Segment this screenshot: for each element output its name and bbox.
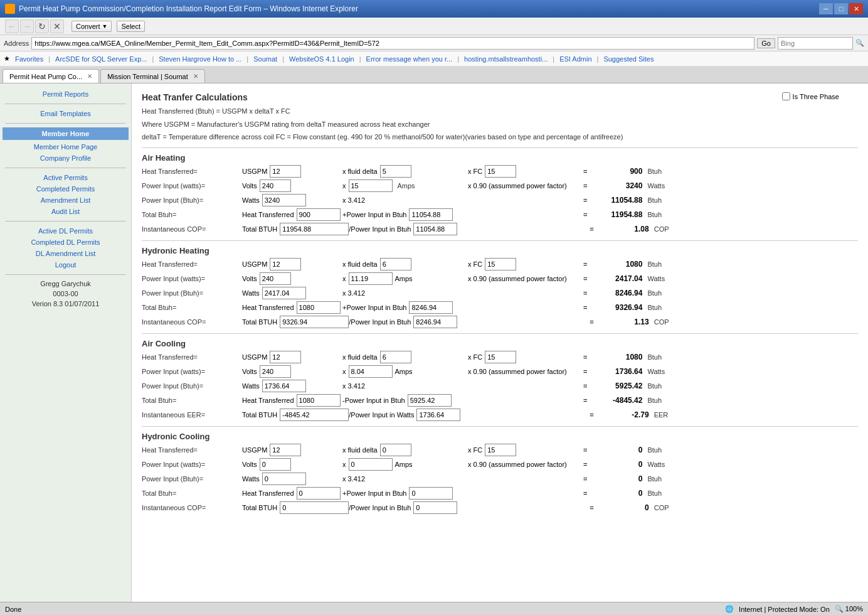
fav-item-5[interactable]: Error message when you r... (366, 55, 453, 63)
sidebar-member-home-page[interactable]: Member Home Page (0, 141, 131, 152)
air-heating-row-1: Power Input (watts)= Volts x Amps x 0.90… (142, 179, 858, 192)
hc-totalbtuh-input[interactable] (280, 501, 349, 514)
sidebar-permit-reports[interactable]: Permit Reports (0, 88, 131, 100)
sidebar-amendment-list[interactable]: Amendment List (0, 195, 131, 206)
hc-row-2: Power Input (Btuh)= Watts x 3.412 = 0 Bt… (142, 473, 858, 485)
back-button[interactable]: ← (5, 19, 19, 33)
content-area: Heat Tranfer Calculations Heat Transferr… (132, 83, 868, 602)
fav-item-0[interactable]: Favorites (15, 55, 43, 63)
hc-usgpm-input[interactable] (270, 444, 301, 456)
select-label: Select (121, 23, 140, 30)
hc-pw-result: 0 (592, 460, 642, 469)
sidebar-logout[interactable]: Logout (0, 259, 131, 270)
go-button[interactable]: Go (757, 38, 775, 48)
ah-plus-label: +Power Input in Btuh (342, 211, 406, 218)
fav-item-8[interactable]: Suggested Sites (603, 55, 654, 63)
hc-fluid-input[interactable] (380, 444, 411, 456)
ah-amps-input[interactable] (349, 179, 393, 192)
ac-volts-input[interactable] (260, 365, 291, 378)
hh-heat-input[interactable] (297, 301, 341, 314)
ac-fluid-input[interactable] (380, 351, 411, 363)
hh-amps-input[interactable] (349, 272, 393, 285)
window-titlebar: Permit Heat Pump Commission/Completion I… (0, 0, 868, 18)
hc-amps-input[interactable] (349, 458, 393, 471)
tab-0-close[interactable]: ✕ (87, 73, 92, 80)
ah-pf-text: x 0.90 (assummed power factor) (468, 182, 567, 190)
sidebar-dl-amendment[interactable]: DL Amendment List (0, 248, 131, 259)
ac-amps-input[interactable] (349, 365, 393, 378)
hc-volts-input[interactable] (260, 458, 291, 471)
ah-heat-input[interactable] (297, 208, 341, 221)
convert-arrow: ▼ (102, 23, 108, 29)
ac-watts-input[interactable] (262, 380, 306, 392)
sidebar-audit-list[interactable]: Audit List (0, 206, 131, 217)
hc-fc-input[interactable] (485, 444, 516, 456)
refresh-button[interactable]: ↻ (35, 19, 49, 33)
ac-pb-result: 5925.42 (592, 382, 642, 390)
tab-0[interactable]: Permit Heat Pump Co... ✕ (3, 69, 99, 83)
fav-item-7[interactable]: ESI Admin (559, 55, 591, 63)
ah-totalbtuh-input[interactable] (280, 223, 349, 235)
search-icon[interactable]: 🔍 (855, 39, 864, 47)
ac-usgpm-input[interactable] (270, 351, 301, 363)
hh-totalbtuh-input[interactable] (280, 316, 349, 328)
fav-item-1[interactable]: ArcSDE for SQL Server Exp... (55, 55, 147, 63)
hh-watts-input[interactable] (262, 287, 306, 299)
hc-watts-input[interactable] (262, 473, 306, 485)
sidebar-username: Gregg Garychuk (0, 279, 131, 289)
convert-button[interactable]: Convert ▼ (71, 21, 112, 32)
hh-fc-input[interactable] (485, 258, 516, 270)
ac-plus-input[interactable] (408, 394, 452, 407)
ah-fluid-delta-input[interactable] (380, 165, 411, 178)
hh-div-input[interactable] (413, 316, 457, 328)
ah-div-input[interactable] (413, 223, 457, 235)
hc-div-input[interactable] (413, 501, 457, 514)
hh-usgpm-input[interactable] (270, 258, 301, 270)
hc-heat-input[interactable] (297, 487, 341, 500)
ah-heat-label: Heat Transferred (242, 211, 294, 218)
sidebar-active-dl[interactable]: Active DL Permits (0, 225, 131, 237)
tab-1-close[interactable]: ✕ (193, 73, 198, 80)
ah-plus-input[interactable] (409, 208, 453, 221)
ah-total-result: 11954.88 (592, 210, 642, 219)
convert-label: Convert (76, 23, 100, 30)
ah-fc-input[interactable] (485, 165, 516, 178)
sidebar-company-profile[interactable]: Company Profile (0, 152, 131, 164)
hh-plus-input[interactable] (409, 301, 453, 314)
sidebar-completed-permits[interactable]: Completed Permits (0, 183, 131, 195)
ac-fc-input[interactable] (485, 351, 516, 363)
fav-item-2[interactable]: Steven Hargrove How to ... (159, 55, 241, 63)
forward-button[interactable]: → (20, 19, 34, 33)
is-three-phase-checkbox[interactable] (782, 92, 790, 100)
sidebar-completed-dl[interactable]: Completed DL Permits (0, 237, 131, 248)
sidebar-member-home[interactable]: Member Home (3, 127, 129, 140)
hc-row-4: Instantaneous COP= Total BTUH /Power Inp… (142, 501, 858, 514)
hc-plus-input[interactable] (409, 487, 453, 500)
hc-total-unit: Btuh (647, 489, 669, 497)
fav-item-3[interactable]: Soumat (253, 55, 277, 63)
fav-item-4[interactable]: WebsiteOS 4.1 Login (289, 55, 354, 63)
tab-1[interactable]: Mission Terminal | Soumat ✕ (100, 69, 205, 83)
stop-button[interactable]: ✕ (50, 19, 64, 33)
select-button[interactable]: Select (117, 21, 145, 32)
ac-totalbtuh-input[interactable] (280, 409, 349, 421)
fav-item-6[interactable]: hosting.mtsallstreamhosti... (464, 55, 548, 63)
hh-volts-input[interactable] (260, 272, 291, 285)
ah-watts-label: Watts (242, 196, 260, 204)
ac-heat-input[interactable] (297, 394, 341, 407)
sidebar-email-templates[interactable]: Email Templates (0, 108, 131, 119)
hc-cop-unit: COP (654, 504, 676, 511)
search-input[interactable] (778, 37, 853, 50)
ac-div-input[interactable] (416, 409, 460, 421)
address-input[interactable] (31, 37, 754, 50)
sidebar-active-permits[interactable]: Active Permits (0, 172, 131, 183)
ah-volts-input[interactable] (260, 179, 291, 192)
ah-usgpm-input[interactable] (270, 165, 301, 178)
minimize-button[interactable]: ─ (819, 3, 833, 14)
maximize-button[interactable]: □ (834, 3, 848, 14)
close-button[interactable]: ✕ (849, 3, 863, 14)
ah-watts-input[interactable] (262, 194, 306, 206)
hh-fluid-input[interactable] (380, 258, 411, 270)
tab-bar: Permit Heat Pump Co... ✕ Mission Termina… (0, 67, 868, 83)
hh-pb-unit: Btuh (647, 289, 669, 297)
